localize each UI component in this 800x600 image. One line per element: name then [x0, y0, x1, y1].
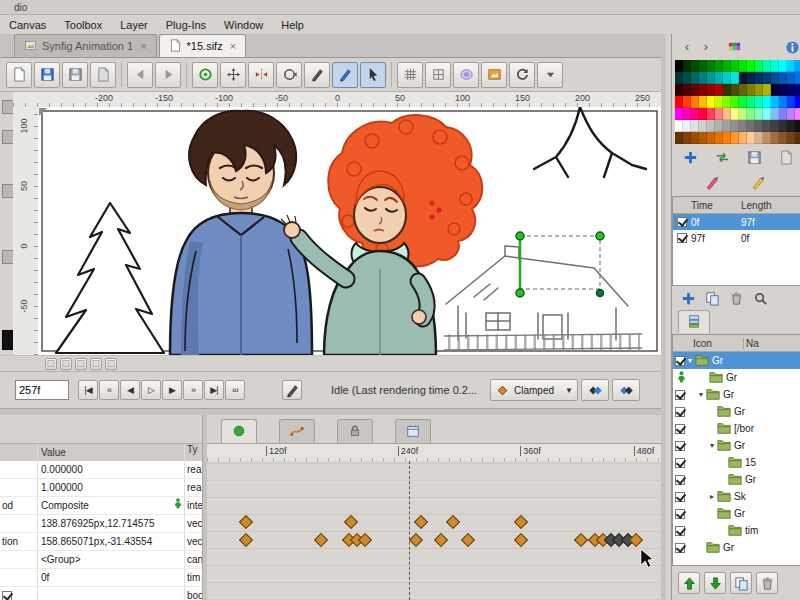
waypoint-diamond[interactable]: [446, 515, 460, 529]
prev-keyframe-button[interactable]: «: [99, 380, 119, 400]
keyframe-checkbox[interactable]: [677, 233, 687, 243]
palette-color[interactable]: [691, 72, 699, 84]
palette-color[interactable]: [715, 108, 723, 120]
palette-color[interactable]: [715, 96, 723, 108]
open-palette-button[interactable]: [776, 147, 796, 167]
toggle-onion-skin-button[interactable]: [453, 62, 479, 88]
timetrack-ruler[interactable]: 120f240f360f480f: [207, 443, 661, 463]
default-colors-icon[interactable]: [746, 170, 770, 194]
palette-color[interactable]: [771, 84, 779, 96]
layer-visibility-checkbox[interactable]: [675, 441, 685, 451]
default-interpolation-dropdown[interactable]: Clamped ▼: [490, 379, 578, 401]
palette-color[interactable]: [715, 60, 723, 72]
palette-color[interactable]: [787, 84, 795, 96]
palette-color[interactable]: [683, 72, 691, 84]
param-value[interactable]: 1.000000: [38, 479, 184, 496]
redo-button[interactable]: [155, 62, 181, 88]
save-palette-button[interactable]: [744, 147, 764, 167]
layer-visibility-checkbox[interactable]: [675, 356, 685, 366]
palette-color[interactable]: [715, 72, 723, 84]
timetrack-tab-animated[interactable]: [221, 419, 257, 443]
param-checkbox[interactable]: [2, 591, 12, 600]
layer-visibility-checkbox[interactable]: [675, 509, 685, 519]
palette-color[interactable]: [755, 108, 763, 120]
toggle-snap-grid-button[interactable]: [425, 62, 451, 88]
palette-color[interactable]: [739, 60, 747, 72]
palette-color[interactable]: [739, 120, 747, 132]
palette-color[interactable]: [747, 132, 755, 144]
layer-row[interactable]: tim: [673, 522, 800, 539]
palette-color[interactable]: [683, 120, 691, 132]
palette-color[interactable]: [755, 60, 763, 72]
palette-color[interactable]: [763, 120, 771, 132]
palette-color[interactable]: [675, 84, 683, 96]
palette-color[interactable]: [779, 96, 787, 108]
palette-color[interactable]: [683, 84, 691, 96]
waypoint-diamond[interactable]: [514, 515, 528, 529]
palette-color[interactable]: [755, 132, 763, 144]
palette-color[interactable]: [691, 120, 699, 132]
layer-row[interactable]: Gr: [673, 539, 800, 556]
width-tool-button[interactable]: [360, 62, 386, 88]
palette-color[interactable]: [675, 60, 683, 72]
palette-color[interactable]: [715, 120, 723, 132]
palette-color[interactable]: [795, 84, 800, 96]
keyframes-col-time[interactable]: Time: [691, 200, 741, 211]
palette-color[interactable]: [691, 96, 699, 108]
palette-color[interactable]: [755, 120, 763, 132]
layer-visibility-checkbox[interactable]: [675, 424, 685, 434]
palette-color[interactable]: [731, 96, 739, 108]
waypoint-diamond[interactable]: [414, 515, 428, 529]
palette-color[interactable]: [779, 108, 787, 120]
timetrack-area[interactable]: [207, 461, 661, 600]
palette-color[interactable]: [699, 60, 707, 72]
waypoint-diamond[interactable]: [239, 533, 253, 547]
layer-visibility-checkbox[interactable]: [675, 390, 685, 400]
expander-open-icon[interactable]: ▾: [707, 441, 717, 450]
palette-color[interactable]: [675, 96, 683, 108]
param-col-type[interactable]: Ty: [184, 444, 202, 461]
palette-color[interactable]: [795, 96, 800, 108]
layer-visibility-checkbox[interactable]: [675, 475, 685, 485]
palette-color[interactable]: [779, 84, 787, 96]
time-cursor-line[interactable]: [409, 461, 410, 600]
palette-color[interactable]: [763, 96, 771, 108]
palette-color[interactable]: [763, 108, 771, 120]
palette-color[interactable]: [699, 84, 707, 96]
new-file-button[interactable]: [6, 62, 32, 88]
palette-color[interactable]: [723, 84, 731, 96]
duplicate-layer-button[interactable]: [730, 572, 752, 594]
save-all-button[interactable]: [62, 62, 88, 88]
palette-color[interactable]: [691, 60, 699, 72]
palette-color[interactable]: [787, 60, 795, 72]
future-onion-skin-button[interactable]: [612, 379, 640, 401]
layer-row[interactable]: ▾Gr: [673, 386, 800, 403]
palette-color[interactable]: [795, 120, 800, 132]
palette-color[interactable]: [699, 132, 707, 144]
palette-color[interactable]: [699, 72, 707, 84]
dock-forward-button[interactable]: ›: [697, 37, 715, 55]
mirror-tool-button[interactable]: [248, 62, 274, 88]
delete-keyframe-button[interactable]: [726, 288, 746, 308]
palette-color[interactable]: [715, 132, 723, 144]
palette-color[interactable]: [779, 120, 787, 132]
param-value[interactable]: 158.865071px,-31.43554: [38, 533, 184, 550]
layers-col-icon[interactable]: Icon: [673, 338, 743, 349]
palette-color[interactable]: [763, 84, 771, 96]
document-tab[interactable]: Synfig Animation 1×: [14, 34, 157, 57]
waypoint-diamond[interactable]: [434, 533, 448, 547]
animate-edit-icon[interactable]: [282, 380, 302, 400]
canvas-menu-caret[interactable]: [39, 108, 47, 116]
palette-color[interactable]: [723, 96, 731, 108]
add-color-button[interactable]: [680, 147, 700, 167]
palette-color[interactable]: [723, 60, 731, 72]
layer-row[interactable]: Gr: [673, 403, 800, 420]
palette-color[interactable]: [707, 120, 715, 132]
palette-color[interactable]: [675, 120, 683, 132]
parameter-row[interactable]: 138.876925px,12.714575vec: [0, 515, 202, 533]
duplicate-keyframe-button[interactable]: [702, 288, 722, 308]
swap-colors-button[interactable]: [712, 147, 732, 167]
waypoint-diamond[interactable]: [358, 533, 372, 547]
tab-close-button[interactable]: ×: [230, 40, 236, 52]
palette-color[interactable]: [731, 72, 739, 84]
